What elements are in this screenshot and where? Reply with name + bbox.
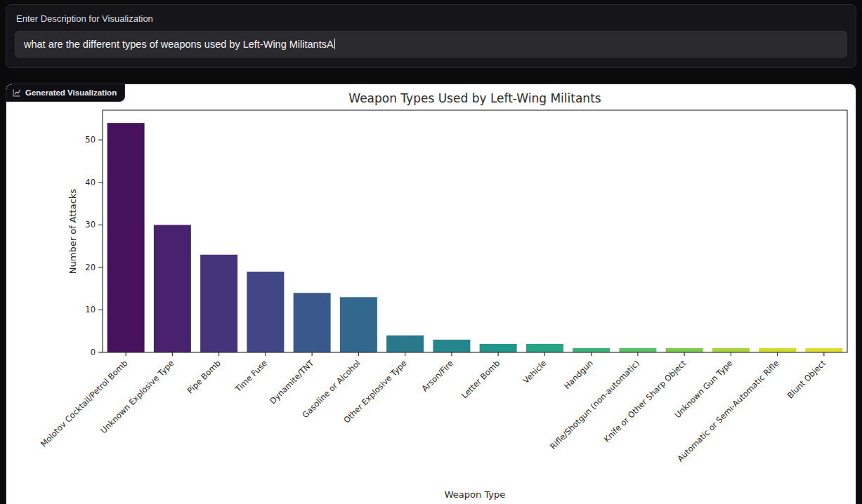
bar-13 (712, 348, 750, 352)
x-tick-label: Knife or Other Sharp Object (602, 358, 688, 444)
x-tick-label: Dynamite/TNT (268, 358, 316, 406)
bar-chart-svg: 01020304050Molotov Cocktail/Petrol BombU… (6, 84, 856, 504)
y-tick-label: 0 (91, 347, 96, 357)
visualization-panel: Generated Visualization 01020304050Molot… (6, 84, 856, 504)
output-label-text: Generated Visualization (25, 88, 117, 97)
x-axis-label: Weapon Type (445, 489, 506, 500)
prompt-section: Enter Description for Visualization what… (6, 4, 856, 68)
app: Enter Description for Visualization what… (0, 0, 862, 504)
bar-12 (666, 348, 703, 352)
bar-5 (340, 297, 377, 352)
bar-9 (526, 344, 563, 352)
bar-10 (573, 348, 610, 352)
bar-6 (386, 336, 424, 352)
bar-2 (200, 255, 237, 352)
y-tick-label: 50 (85, 135, 96, 145)
x-tick-label: Automatic or Semi-Automatic Rifle (675, 358, 781, 464)
y-tick-label: 20 (85, 263, 96, 272)
x-tick-label: Pipe Bomb (185, 358, 222, 395)
x-tick-label: Letter Bomb (459, 358, 502, 400)
y-tick-label: 10 (85, 305, 96, 314)
chart-icon (13, 88, 21, 97)
output-label: Generated Visualization (6, 84, 125, 102)
x-tick-label: Time Fuse (233, 358, 269, 394)
bar-8 (480, 344, 517, 352)
text-cursor (334, 39, 336, 49)
y-tick-label: 40 (85, 178, 96, 187)
x-tick-label: Molotov Cocktail/Petrol Bomb (39, 358, 129, 449)
prompt-label: Enter Description for Visualization (16, 13, 846, 24)
x-tick-label: Blunt Object (785, 358, 828, 401)
y-axis-label: Number of Attacks (67, 189, 78, 274)
prompt-input[interactable]: what are the different types of weapons … (15, 31, 847, 58)
x-tick-label: Arson/Fire (420, 358, 455, 393)
prompt-input-value: what are the different types of weapons … (24, 39, 334, 50)
x-tick-label: Rifle/Shotgun (non-automatic) (548, 358, 641, 451)
bar-7 (433, 340, 470, 352)
x-tick-label: Vehicle (521, 358, 549, 385)
chart-title: Weapon Types Used by Left-Wing Militants (348, 91, 601, 105)
bar-15 (805, 348, 842, 352)
bar-1 (154, 225, 191, 352)
bar-3 (247, 272, 284, 352)
bar-11 (619, 348, 656, 352)
bar-4 (294, 293, 331, 352)
x-tick-label: Handgun (562, 358, 595, 391)
bar-14 (759, 348, 796, 352)
bar-chart: 01020304050Molotov Cocktail/Petrol BombU… (6, 84, 856, 504)
y-tick-label: 30 (85, 220, 96, 230)
bar-0 (107, 123, 145, 352)
